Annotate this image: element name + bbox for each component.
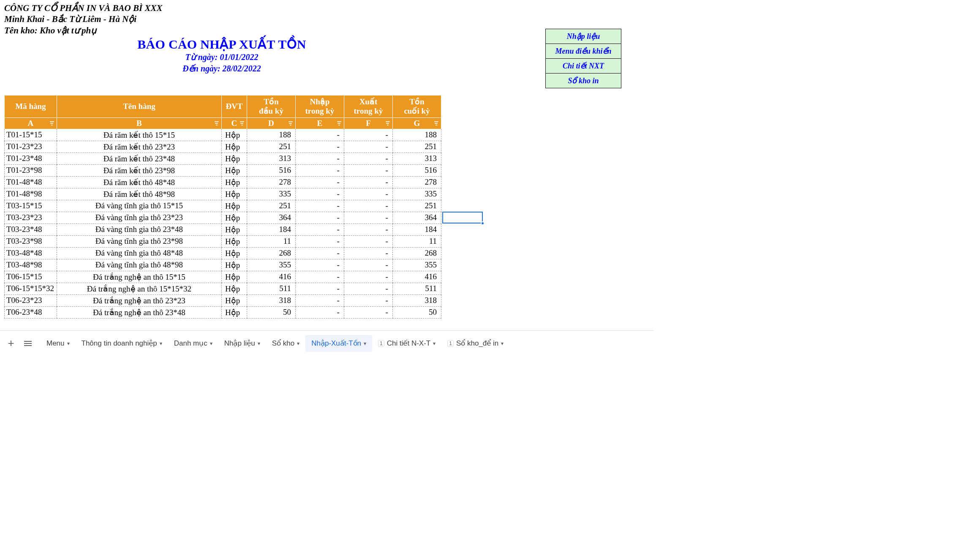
cell-code[interactable]: T01-48*98 bbox=[5, 188, 57, 200]
cell-close[interactable]: 11 bbox=[392, 235, 441, 247]
cell-out[interactable]: - bbox=[344, 283, 392, 294]
table-row[interactable]: T01-48*48Đá răm kết thô 48*48Hộp278--278 bbox=[5, 176, 441, 188]
cell-close[interactable]: 355 bbox=[392, 259, 441, 271]
cell-name[interactable]: Đá trắng nghệ an thô 15*15*32 bbox=[57, 283, 221, 294]
all-sheets-button[interactable] bbox=[19, 335, 36, 352]
sheet-tab[interactable]: Menu▾ bbox=[41, 335, 76, 352]
cell-name[interactable]: Đá vàng tĩnh gia thô 23*98 bbox=[57, 235, 221, 247]
col-letter-d[interactable]: D bbox=[247, 117, 295, 129]
col-header-in[interactable]: Nhập trong kỳ bbox=[295, 95, 344, 118]
cell-code[interactable]: T03-23*48 bbox=[5, 223, 57, 235]
cell-out[interactable]: - bbox=[344, 176, 392, 188]
cell-close[interactable]: 318 bbox=[392, 294, 441, 306]
cell-code[interactable]: T01-23*48 bbox=[5, 153, 57, 164]
cell-close[interactable]: 416 bbox=[392, 271, 441, 283]
cell-unit[interactable]: Hộp bbox=[221, 259, 247, 271]
selection-handle[interactable] bbox=[481, 221, 485, 225]
cell-open[interactable]: 416 bbox=[247, 271, 295, 283]
cell-out[interactable]: - bbox=[344, 223, 392, 235]
cell-name[interactable]: Đá răm kết thô 48*48 bbox=[57, 176, 221, 188]
table-row[interactable]: T03-23*48Đá vàng tĩnh gia thô 23*48Hộp18… bbox=[5, 223, 441, 235]
cell-open[interactable]: 251 bbox=[247, 141, 295, 153]
table-row[interactable]: T06-23*23Đá trắng nghệ an thô 23*23Hộp31… bbox=[5, 294, 441, 306]
cell-out[interactable]: - bbox=[344, 235, 392, 247]
sheet-tab[interactable]: Thông tin doanh nghiệp▾ bbox=[76, 335, 168, 352]
caret-down-icon[interactable]: ▾ bbox=[501, 341, 504, 346]
cell-code[interactable]: T06-23*23 bbox=[5, 294, 57, 306]
cell-open[interactable]: 268 bbox=[247, 247, 295, 259]
caret-down-icon[interactable]: ▾ bbox=[160, 341, 162, 346]
col-header-unit[interactable]: ĐVT bbox=[221, 95, 247, 118]
cell-unit[interactable]: Hộp bbox=[221, 306, 247, 318]
col-header-open[interactable]: Tồn đầu kỳ bbox=[247, 95, 295, 118]
cell-in[interactable]: - bbox=[295, 188, 344, 200]
table-row[interactable]: T03-23*98Đá vàng tĩnh gia thô 23*98Hộp11… bbox=[5, 235, 441, 247]
nhap-lieu-button[interactable]: Nhập liệu bbox=[546, 29, 621, 44]
col-letter-c[interactable]: C bbox=[221, 117, 247, 129]
cell-open[interactable]: 364 bbox=[247, 212, 295, 223]
table-row[interactable]: T06-23*48Đá trắng nghệ an thô 23*48Hộp50… bbox=[5, 306, 441, 318]
cell-code[interactable]: T03-48*48 bbox=[5, 247, 57, 259]
table-row[interactable]: T06-15*15Đá trắng nghệ an thô 15*15Hộp41… bbox=[5, 271, 441, 283]
col-letter-f[interactable]: F bbox=[344, 117, 392, 129]
table-row[interactable]: T03-15*15Đá vàng tĩnh gia thô 15*15Hộp25… bbox=[5, 200, 441, 212]
cell-code[interactable]: T06-15*15*32 bbox=[5, 283, 57, 294]
cell-close[interactable]: 50 bbox=[392, 306, 441, 318]
cell-unit[interactable]: Hộp bbox=[221, 271, 247, 283]
cell-code[interactable]: T01-15*15 bbox=[5, 129, 57, 141]
caret-down-icon[interactable]: ▾ bbox=[67, 341, 70, 346]
cell-name[interactable]: Đá răm kết thô 23*48 bbox=[57, 153, 221, 164]
cell-in[interactable]: - bbox=[295, 164, 344, 176]
filter-icon[interactable] bbox=[50, 121, 54, 125]
cell-name[interactable]: Đá vàng tĩnh gia thô 23*23 bbox=[57, 212, 221, 223]
cell-in[interactable]: - bbox=[295, 235, 344, 247]
cell-in[interactable]: - bbox=[295, 212, 344, 223]
cell-open[interactable]: 188 bbox=[247, 129, 295, 141]
table-row[interactable]: T06-15*15*32Đá trắng nghệ an thô 15*15*3… bbox=[5, 283, 441, 294]
cell-in[interactable]: - bbox=[295, 283, 344, 294]
filter-icon[interactable] bbox=[386, 121, 390, 125]
cell-unit[interactable]: Hộp bbox=[221, 283, 247, 294]
cell-name[interactable]: Đá vàng tĩnh gia thô 48*48 bbox=[57, 247, 221, 259]
chi-tiet-nxt-button[interactable]: Chi tiết NXT bbox=[546, 59, 621, 74]
cell-name[interactable]: Đá trắng nghệ an thô 15*15 bbox=[57, 271, 221, 283]
cell-unit[interactable]: Hộp bbox=[221, 247, 247, 259]
cell-code[interactable]: T06-23*48 bbox=[5, 306, 57, 318]
cell-open[interactable]: 11 bbox=[247, 235, 295, 247]
cell-unit[interactable]: Hộp bbox=[221, 223, 247, 235]
sheet-tab[interactable]: Nhập liệu▾ bbox=[218, 335, 266, 352]
filter-icon[interactable] bbox=[337, 121, 341, 125]
cell-open[interactable]: 313 bbox=[247, 153, 295, 164]
cell-in[interactable]: - bbox=[295, 176, 344, 188]
caret-down-icon[interactable]: ▾ bbox=[210, 341, 212, 346]
so-kho-in-button[interactable]: Sổ kho in bbox=[546, 74, 621, 88]
caret-down-icon[interactable]: ▾ bbox=[364, 341, 366, 346]
cell-in[interactable]: - bbox=[295, 153, 344, 164]
cell-unit[interactable]: Hộp bbox=[221, 212, 247, 223]
sheet-tab[interactable]: 1Sổ kho_để in▾ bbox=[441, 335, 509, 352]
sheet-tab[interactable]: Nhập-Xuất-Tồn▾ bbox=[305, 335, 372, 352]
cell-code[interactable]: T01-48*48 bbox=[5, 176, 57, 188]
cell-name[interactable]: Đá vàng tĩnh gia thô 15*15 bbox=[57, 200, 221, 212]
cell-name[interactable]: Đá răm kết thô 23*98 bbox=[57, 164, 221, 176]
table-row[interactable]: T01-48*98Đá răm kết thô 48*98Hộp335--335 bbox=[5, 188, 441, 200]
cell-code[interactable]: T03-23*23 bbox=[5, 212, 57, 223]
cell-out[interactable]: - bbox=[344, 188, 392, 200]
table-row[interactable]: T01-15*15Đá răm kết thô 15*15Hộp188--188 bbox=[5, 129, 441, 141]
cell-close[interactable]: 364 bbox=[392, 212, 441, 223]
sheet-tab[interactable]: Danh mục▾ bbox=[168, 335, 218, 352]
filter-icon[interactable] bbox=[215, 121, 219, 125]
cell-close[interactable]: 251 bbox=[392, 200, 441, 212]
cell-code[interactable]: T01-23*98 bbox=[5, 164, 57, 176]
cell-open[interactable]: 318 bbox=[247, 294, 295, 306]
cell-open[interactable]: 184 bbox=[247, 223, 295, 235]
cell-in[interactable]: - bbox=[295, 223, 344, 235]
table-row[interactable]: T01-23*23Đá răm kết thô 23*23Hộp251--251 bbox=[5, 141, 441, 153]
cell-close[interactable]: 516 bbox=[392, 164, 441, 176]
cell-code[interactable]: T03-23*98 bbox=[5, 235, 57, 247]
cell-out[interactable]: - bbox=[344, 294, 392, 306]
cell-in[interactable]: - bbox=[295, 200, 344, 212]
caret-down-icon[interactable]: ▾ bbox=[297, 341, 299, 346]
cell-open[interactable]: 251 bbox=[247, 200, 295, 212]
col-letter-g[interactable]: G bbox=[392, 117, 441, 129]
